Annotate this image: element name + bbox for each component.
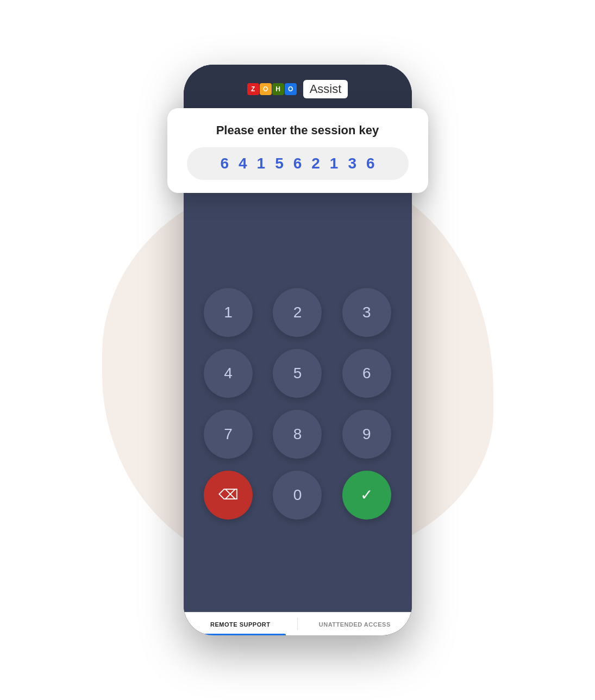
bottom-tabs: REMOTE SUPPORT UNATTENDED ACCESS <box>184 612 412 635</box>
key-7[interactable]: 7 <box>204 410 253 459</box>
zoho-letter-h: H <box>272 83 284 95</box>
key-3[interactable]: 3 <box>342 288 391 337</box>
key-6[interactable]: 6 <box>342 349 391 398</box>
product-name: Assist <box>303 80 348 98</box>
key-1[interactable]: 1 <box>204 288 253 337</box>
checkmark-icon: ✓ <box>360 486 373 504</box>
session-digit-2: 4 <box>239 155 247 172</box>
key-9[interactable]: 9 <box>342 410 391 459</box>
tab-remote-support[interactable]: REMOTE SUPPORT <box>184 612 298 635</box>
session-digit-3: 1 <box>257 155 266 172</box>
phone-header: Z O H O Assist <box>184 65 412 108</box>
session-digit-7: 1 <box>330 155 339 172</box>
session-digit-5: 6 <box>293 155 302 172</box>
key-5[interactable]: 5 <box>273 349 322 398</box>
key-4[interactable]: 4 <box>204 349 253 398</box>
session-key-title: Please enter the session key <box>187 123 409 138</box>
scene: Please enter the session key 6 4 1 5 6 2… <box>53 24 542 676</box>
session-digit-9: 6 <box>366 155 375 172</box>
session-digit-4: 5 <box>275 155 284 172</box>
confirm-button[interactable]: ✓ <box>342 471 391 520</box>
key-0[interactable]: 0 <box>273 471 322 520</box>
zoho-letter-o2: O <box>285 83 297 95</box>
key-2[interactable]: 2 <box>273 288 322 337</box>
logo-container: Z O H O Assist <box>247 80 348 98</box>
session-digit-1: 6 <box>220 155 229 172</box>
backspace-icon: ⌫ <box>218 486 239 503</box>
key-8[interactable]: 8 <box>273 410 322 459</box>
session-digit-6: 2 <box>311 155 320 172</box>
zoho-logo: Z O H O <box>247 83 297 95</box>
keypad-area: 1 2 3 4 5 6 <box>184 184 412 612</box>
zoho-letter-z: Z <box>247 83 259 95</box>
zoho-letter-o: O <box>260 83 272 95</box>
session-key-display: 6 4 1 5 6 2 1 3 6 <box>187 147 409 180</box>
tab-unattended-access[interactable]: UNATTENDED ACCESS <box>298 612 412 635</box>
keypad-grid: 1 2 3 4 5 6 <box>200 288 396 520</box>
session-key-card: Please enter the session key 6 4 1 5 6 2… <box>167 108 428 193</box>
session-digit-8: 3 <box>348 155 356 172</box>
delete-button[interactable]: ⌫ <box>204 471 253 520</box>
